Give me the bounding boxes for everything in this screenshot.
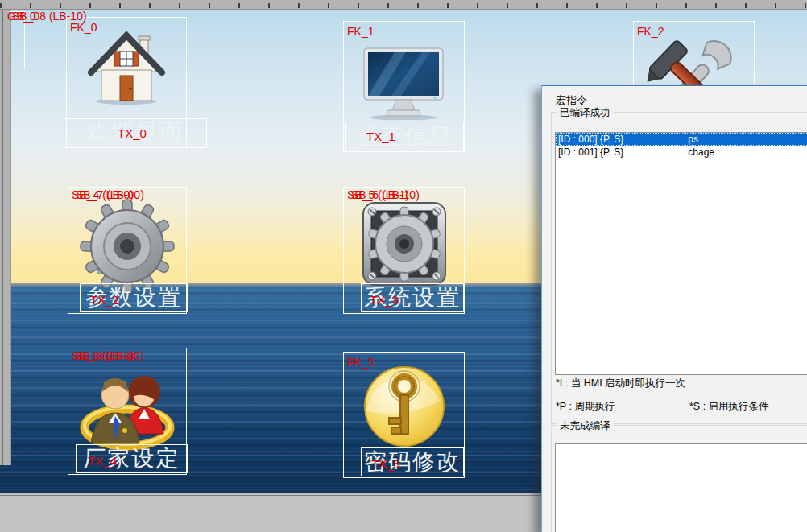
element-label: FK_0 bbox=[70, 22, 97, 33]
element-label: FK_5 bbox=[347, 357, 374, 368]
text-status[interactable]: 状态信息 TX_1 bbox=[345, 122, 464, 151]
compiled-macro-list[interactable]: [ID : 000] {P, S} ps [ID : 001] {P, S} c… bbox=[555, 132, 807, 375]
note-run-once: *I : 当 HMI 启动时即执行一次 bbox=[556, 377, 685, 390]
uncompiled-group-label: 未完成编译 bbox=[557, 419, 614, 433]
note-periodic: *P : 周期执行 bbox=[556, 400, 615, 414]
text-system-settings[interactable]: 系统设置 TX_3 bbox=[361, 283, 464, 312]
compiled-group-label: 已编译成功 bbox=[557, 106, 614, 120]
text-element-label: TX_0 bbox=[118, 127, 147, 139]
macro-dialog[interactable]: 宏指令 已编译成功 [ID : 000] {P, S} ps [ID : 001… bbox=[541, 85, 807, 532]
element-label: FK_1 bbox=[347, 26, 374, 37]
note-condition: *S : 启用执行条件 bbox=[689, 400, 769, 414]
key-icon bbox=[359, 361, 449, 452]
house-icon bbox=[86, 25, 167, 105]
monitor-icon bbox=[359, 46, 448, 120]
macro-id: [ID : 001] {P, S} bbox=[558, 146, 685, 159]
text-element-label: TX_2 bbox=[90, 294, 119, 306]
macro-name: chage bbox=[688, 146, 714, 158]
text-element-label: TX_3 bbox=[370, 294, 399, 306]
text-element-label: TX_4 bbox=[88, 455, 117, 467]
text-password-change[interactable]: 密码修改 TX_5 bbox=[361, 447, 464, 476]
macro-name: ps bbox=[688, 134, 698, 145]
people-icon bbox=[75, 363, 180, 453]
text-element-label: TX_1 bbox=[366, 130, 395, 142]
uncompiled-macro-list[interactable] bbox=[555, 443, 807, 532]
hmi-editor-screen: { "editor": { "top_left_labels": ["GS_0"… bbox=[0, 0, 807, 532]
element-label: FK_2 bbox=[637, 26, 664, 37]
gear-icon bbox=[78, 197, 176, 295]
text-factory-setting[interactable]: 厂家设定 TX_4 bbox=[76, 444, 188, 473]
settings-box-icon bbox=[361, 200, 448, 287]
element-label-overlap: SB_6 (LB-10) bbox=[351, 189, 420, 200]
macro-list-item-selected[interactable]: [ID : 000] {P, S} ps bbox=[556, 133, 807, 146]
text-parameter-settings[interactable]: 参数设置 TX_2 bbox=[80, 283, 188, 312]
element-label-overlap: SB_3 (LB-30) bbox=[76, 350, 144, 361]
element-label-overlap: SB_7 (LB-00) bbox=[76, 189, 144, 200]
ruler-vertical bbox=[0, 0, 11, 465]
macro-list-item[interactable]: [ID : 001] {P, S} chage bbox=[556, 146, 807, 159]
ruler-horizontal bbox=[0, 0, 807, 10]
text-welcome[interactable]: 欢迎界面 TX_0 bbox=[64, 118, 207, 148]
text-element-label: TX_5 bbox=[371, 458, 400, 470]
macro-id: [ID : 000] {P, S} bbox=[558, 133, 685, 146]
element-label-sb08: SB_08 (LB-10) bbox=[12, 10, 87, 22]
